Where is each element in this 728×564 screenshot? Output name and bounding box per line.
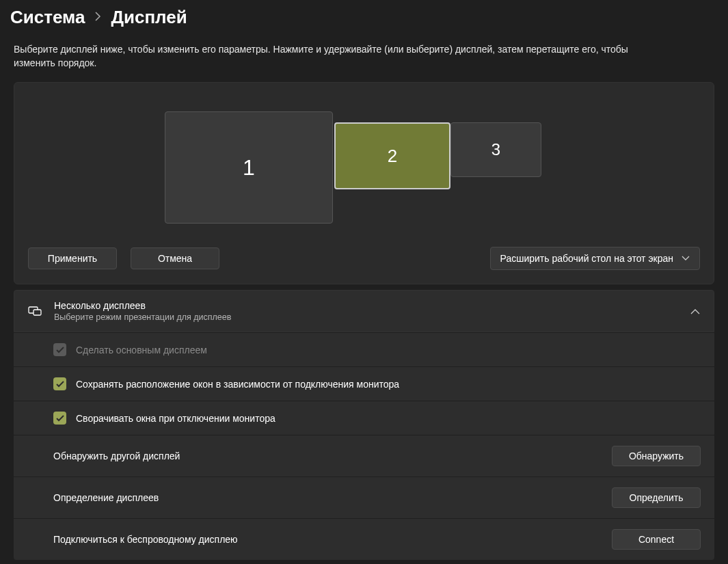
wireless-row: Подключиться к беспроводному дисплею Con… xyxy=(14,518,714,560)
breadcrumb-current: Дисплей xyxy=(111,7,187,28)
identify-button[interactable]: Определить xyxy=(612,487,701,508)
detect-other-label: Обнаружить другой дисплей xyxy=(53,451,602,461)
minimize-disconnect-checkbox[interactable] xyxy=(53,412,66,425)
display-3[interactable]: 3 xyxy=(450,122,541,177)
section-text: Несколько дисплеев Выберите режим презен… xyxy=(54,300,678,322)
page-description: Выберите дисплей ниже, чтобы изменить ег… xyxy=(14,43,670,70)
multiple-displays-section-header[interactable]: Несколько дисплеев Выберите режим презен… xyxy=(14,290,714,332)
make-main-label: Сделать основным дисплеем xyxy=(76,345,701,355)
wireless-label: Подключиться к беспроводному дисплею xyxy=(53,534,602,545)
make-main-display-row: Сделать основным дисплеем xyxy=(14,332,714,366)
minimize-disconnect-label: Сворачивать окна при отключении монитора xyxy=(76,413,701,424)
breadcrumb: Система Дисплей xyxy=(10,7,714,28)
dropdown-label: Расширить рабочий стол на этот экран xyxy=(500,253,673,264)
multiple-displays-icon xyxy=(28,304,42,318)
identify-label: Определение дисплеев xyxy=(53,492,602,503)
chevron-up-icon xyxy=(690,306,700,317)
remember-windows-checkbox[interactable] xyxy=(53,377,66,390)
section-title: Несколько дисплеев xyxy=(54,300,678,311)
section-subtitle: Выберите режим презентации для дисплеев xyxy=(54,312,678,322)
identify-row: Определение дисплеев Определить xyxy=(14,476,714,518)
chevron-right-icon xyxy=(94,12,101,24)
remember-windows-row: Сохранять расположение окон в зависимост… xyxy=(14,366,714,401)
apply-button[interactable]: Применить xyxy=(28,247,117,269)
display-2[interactable]: 2 xyxy=(334,122,450,189)
chevron-down-icon xyxy=(682,254,690,263)
display-arrangement-panel: 1 3 2 Применить Отмена Расширить рабочий… xyxy=(14,82,714,284)
display-arrangement-area[interactable]: 1 3 2 xyxy=(165,96,700,233)
remember-windows-label: Сохранять расположение окон в зависимост… xyxy=(76,379,701,390)
extend-mode-dropdown[interactable]: Расширить рабочий стол на этот экран xyxy=(490,247,700,270)
detect-other-row: Обнаружить другой дисплей Обнаружить xyxy=(14,435,714,476)
connect-button[interactable]: Connect xyxy=(612,529,701,550)
detect-button[interactable]: Обнаружить xyxy=(612,446,701,466)
make-main-checkbox[interactable] xyxy=(53,343,66,356)
svg-rect-1 xyxy=(33,310,41,315)
cancel-button[interactable]: Отмена xyxy=(131,247,219,269)
display-1[interactable]: 1 xyxy=(165,111,333,224)
minimize-disconnect-row: Сворачивать окна при отключении монитора xyxy=(14,401,714,435)
breadcrumb-parent[interactable]: Система xyxy=(10,7,85,28)
arrangement-button-row: Применить Отмена Расширить рабочий стол … xyxy=(28,247,700,270)
